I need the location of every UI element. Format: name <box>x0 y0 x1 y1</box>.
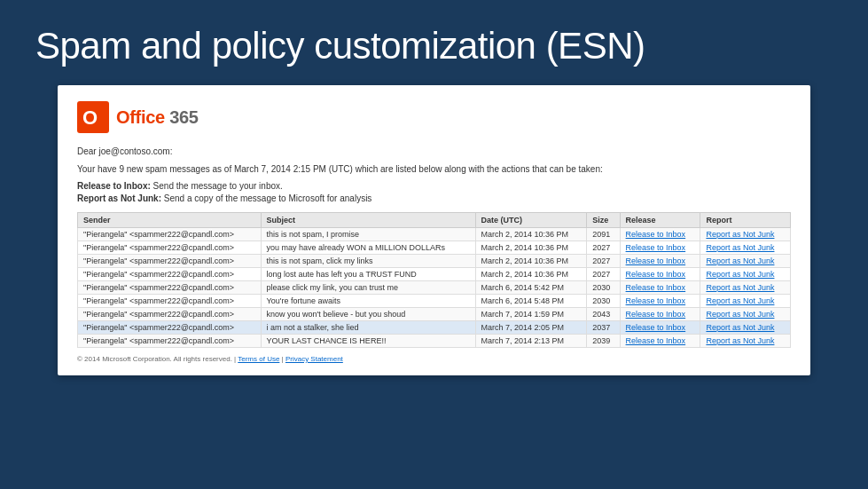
cell-sender: "Pierangela" <spammer222@cpandl.com> <box>78 335 262 348</box>
cell-release: Release to Inbox <box>620 255 700 268</box>
cell-release: Release to Inbox <box>620 281 700 295</box>
cell-report: Report as Not Junk <box>700 281 791 295</box>
email-card: O Office 365 Dear joe@contoso.com: Your … <box>58 85 810 375</box>
report-link[interactable]: Report as Not Junk <box>706 323 774 332</box>
privacy-link[interactable]: Privacy Statement <box>285 355 343 363</box>
table-header-row: Sender Subject Date (UTC) Size Release R… <box>78 213 791 228</box>
col-report: Report <box>700 213 791 228</box>
table-row: "Pierangela" <spammer222@cpandl.com>you … <box>78 241 791 255</box>
release-link[interactable]: Release to Inbox <box>626 243 686 252</box>
col-sender: Sender <box>78 213 262 228</box>
cell-date: March 2, 2014 10:36 PM <box>475 255 587 268</box>
svg-text:O: O <box>82 106 98 129</box>
release-link[interactable]: Release to Inbox <box>626 283 686 292</box>
cell-report: Report as Not Junk <box>700 255 791 268</box>
cell-report: Report as Not Junk <box>700 268 791 281</box>
cell-sender: "Pierangela" <spammer222@cpandl.com> <box>78 281 262 295</box>
table-row: "Pierangela" <spammer222@cpandl.com>plea… <box>78 281 791 295</box>
report-link[interactable]: Report as Not Junk <box>706 283 774 292</box>
cell-report: Report as Not Junk <box>700 228 791 241</box>
cell-size: 2027 <box>587 241 620 255</box>
office365-icon: O <box>77 101 109 133</box>
office365-label: Office 365 <box>116 107 199 128</box>
instruction-report: Report as Not Junk: Send a copy of the m… <box>77 193 791 203</box>
cell-date: March 7, 2014 2:13 PM <box>475 335 587 348</box>
table-row: "Pierangela" <spammer222@cpandl.com>You'… <box>78 295 791 308</box>
cell-release: Release to Inbox <box>620 295 700 308</box>
cell-release: Release to Inbox <box>620 241 700 255</box>
cell-report: Report as Not Junk <box>700 335 791 348</box>
cell-subject: You're fortune awaits <box>261 295 475 308</box>
office-logo: O Office 365 <box>77 101 791 133</box>
cell-subject: i am not a stalker, she lied <box>261 321 475 335</box>
cell-subject: YOUR LAST CHANCE IS HERE!! <box>261 335 475 348</box>
cell-size: 2043 <box>587 308 620 321</box>
cell-subject: long lost aute has left you a TRUST FUND <box>261 268 475 281</box>
release-link[interactable]: Release to Inbox <box>626 336 686 345</box>
cell-subject: you may have already WON a MILLION DOLLA… <box>261 241 475 255</box>
cell-date: March 7, 2014 2:05 PM <box>475 321 587 335</box>
cell-release: Release to Inbox <box>620 228 700 241</box>
page-title: Spam and policy customization (ESN) <box>0 0 868 85</box>
cell-report: Report as Not Junk <box>700 321 791 335</box>
cell-size: 2027 <box>587 268 620 281</box>
report-link[interactable]: Report as Not Junk <box>706 336 774 345</box>
greeting: Dear joe@contoso.com: <box>77 146 791 158</box>
cell-report: Report as Not Junk <box>700 295 791 308</box>
report-link[interactable]: Report as Not Junk <box>706 270 774 279</box>
cell-date: March 6, 2014 5:48 PM <box>475 295 587 308</box>
summary: Your have 9 new spam messages as of Marc… <box>77 163 791 176</box>
table-row: "Pierangela" <spammer222@cpandl.com>long… <box>78 268 791 281</box>
cell-subject: this is not spam, I promise <box>261 228 475 241</box>
cell-size: 2027 <box>587 255 620 268</box>
cell-date: March 2, 2014 10:36 PM <box>475 241 587 255</box>
release-link[interactable]: Release to Inbox <box>626 256 686 265</box>
cell-sender: "Pierangela" <spammer222@cpandl.com> <box>78 321 262 335</box>
cell-date: March 2, 2014 10:36 PM <box>475 228 587 241</box>
footer: © 2014 Microsoft Corporation. All rights… <box>77 355 791 363</box>
report-link[interactable]: Report as Not Junk <box>706 256 774 265</box>
cell-release: Release to Inbox <box>620 268 700 281</box>
cell-size: 2037 <box>587 321 620 335</box>
report-link[interactable]: Report as Not Junk <box>706 243 774 252</box>
cell-report: Report as Not Junk <box>700 308 791 321</box>
release-link[interactable]: Release to Inbox <box>626 270 686 279</box>
cell-subject: this is not spam, click my links <box>261 255 475 268</box>
cell-size: 2091 <box>587 228 620 241</box>
table-row: "Pierangela" <spammer222@cpandl.com>know… <box>78 308 791 321</box>
table-row: "Pierangela" <spammer222@cpandl.com>YOUR… <box>78 335 791 348</box>
cell-report: Report as Not Junk <box>700 241 791 255</box>
cell-sender: "Pierangela" <spammer222@cpandl.com> <box>78 228 262 241</box>
cell-release: Release to Inbox <box>620 321 700 335</box>
report-link[interactable]: Report as Not Junk <box>706 296 774 305</box>
col-date: Date (UTC) <box>475 213 587 228</box>
cell-date: March 6, 2014 5:42 PM <box>475 281 587 295</box>
report-link[interactable]: Report as Not Junk <box>706 230 774 239</box>
cell-release: Release to Inbox <box>620 308 700 321</box>
cell-sender: "Pierangela" <spammer222@cpandl.com> <box>78 255 262 268</box>
cell-size: 2030 <box>587 281 620 295</box>
cell-sender: "Pierangela" <spammer222@cpandl.com> <box>78 268 262 281</box>
table-row: "Pierangela" <spammer222@cpandl.com>this… <box>78 255 791 268</box>
cell-date: March 2, 2014 10:36 PM <box>475 268 587 281</box>
cell-subject: please click my link, you can trust me <box>261 281 475 295</box>
terms-link[interactable]: Terms of Use <box>238 355 279 363</box>
spam-table: Sender Subject Date (UTC) Size Release R… <box>77 212 791 348</box>
instruction-release: Release to Inbox: Send the message to yo… <box>77 181 791 191</box>
table-row: "Pierangela" <spammer222@cpandl.com>this… <box>78 228 791 241</box>
col-release: Release <box>620 213 700 228</box>
release-link[interactable]: Release to Inbox <box>626 310 686 319</box>
release-link[interactable]: Release to Inbox <box>626 296 686 305</box>
release-link[interactable]: Release to Inbox <box>626 230 686 239</box>
release-link[interactable]: Release to Inbox <box>626 323 686 332</box>
cell-size: 2030 <box>587 295 620 308</box>
cell-sender: "Pierangela" <spammer222@cpandl.com> <box>78 308 262 321</box>
cell-size: 2039 <box>587 335 620 348</box>
table-row: "Pierangela" <spammer222@cpandl.com>i am… <box>78 321 791 335</box>
cell-release: Release to Inbox <box>620 335 700 348</box>
report-link[interactable]: Report as Not Junk <box>706 310 774 319</box>
cell-sender: "Pierangela" <spammer222@cpandl.com> <box>78 241 262 255</box>
cell-subject: know you won't believe - but you shoud <box>261 308 475 321</box>
col-subject: Subject <box>261 213 475 228</box>
col-size: Size <box>587 213 620 228</box>
